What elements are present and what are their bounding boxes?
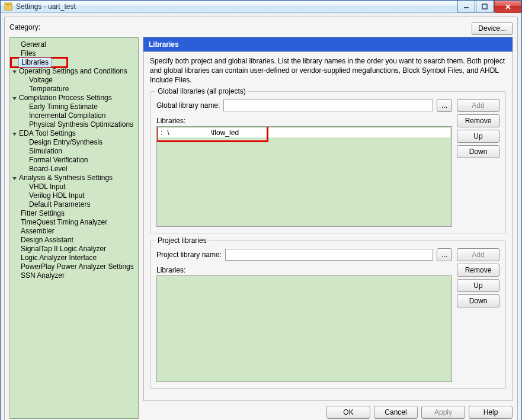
titlebar[interactable]: Settings - uart_test bbox=[1, 1, 521, 13]
global-browse-button[interactable]: ... bbox=[437, 99, 452, 112]
project-libraries-group: Project libraries Project library name: … bbox=[150, 241, 506, 389]
tree-item-assembler[interactable]: Assembler bbox=[20, 227, 56, 236]
tree-item-general[interactable]: General bbox=[20, 40, 47, 49]
svg-rect-1 bbox=[6, 4, 11, 5]
tree-item-vhdl[interactable]: VHDL Input bbox=[28, 182, 67, 191]
tree-item-design-entry[interactable]: Design Entry/Synthesis bbox=[28, 138, 104, 147]
tree-item-formal-verif[interactable]: Formal Verification bbox=[28, 156, 89, 165]
global-libraries-list[interactable]: :\ \flow_led bbox=[156, 126, 452, 227]
tree-item-analysis-synth[interactable]: Analysis & Synthesis Settings bbox=[18, 174, 114, 182]
app-icon bbox=[4, 2, 12, 11]
svg-rect-5 bbox=[482, 4, 487, 9]
project-name-input[interactable] bbox=[225, 249, 433, 261]
maximize-button[interactable] bbox=[476, 1, 494, 13]
tree-item-signaltap[interactable]: SignalTap II Logic Analyzer bbox=[20, 245, 107, 254]
project-down-button[interactable]: Down bbox=[457, 294, 499, 307]
tree-item-verilog[interactable]: Verilog HDL Input bbox=[28, 191, 86, 200]
redacted-text bbox=[169, 129, 211, 136]
tree-item-early-timing[interactable]: Early Timing Estimate bbox=[28, 102, 99, 111]
svg-rect-2 bbox=[6, 6, 11, 7]
tree-item-libraries[interactable]: Libraries bbox=[18, 57, 52, 68]
project-legend: Project libraries bbox=[155, 236, 209, 245]
global-libraries-group: Global libraries (all projects) Global l… bbox=[150, 91, 506, 233]
tree-item-physical-synth[interactable]: Physical Synthesis Optimizations bbox=[28, 120, 134, 129]
list-item[interactable]: :\ \flow_led bbox=[158, 128, 450, 137]
svg-rect-4 bbox=[464, 7, 469, 8]
project-list-label: Libraries: bbox=[156, 266, 452, 274]
apply-button[interactable]: Apply bbox=[421, 406, 465, 419]
help-button[interactable]: Help bbox=[469, 406, 513, 419]
global-up-button[interactable]: Up bbox=[457, 130, 499, 143]
page-title: Libraries bbox=[143, 37, 513, 52]
tree-expander-icon[interactable] bbox=[11, 131, 17, 137]
project-add-button[interactable]: Add bbox=[457, 248, 499, 261]
tree-item-eda[interactable]: EDA Tool Settings bbox=[18, 129, 77, 138]
project-up-button[interactable]: Up bbox=[457, 279, 499, 292]
tree-item-powerplay[interactable]: PowerPlay Power Analyzer Settings bbox=[20, 262, 135, 271]
tree-item-voltage[interactable]: Voltage bbox=[28, 76, 54, 85]
list-item-path: \flow_led bbox=[211, 129, 239, 137]
global-name-input[interactable] bbox=[223, 100, 433, 111]
global-legend: Global libraries (all projects) bbox=[155, 87, 248, 95]
category-label: Category: bbox=[9, 22, 472, 31]
tree-expander-icon[interactable] bbox=[11, 69, 17, 75]
global-name-label: Global library name: bbox=[156, 101, 220, 110]
tree-item-default-params[interactable]: Default Parameters bbox=[28, 200, 91, 209]
tree-item-incremental[interactable]: Incremental Compilation bbox=[28, 111, 107, 120]
cancel-button[interactable]: Cancel bbox=[374, 406, 418, 419]
tree-expander-icon[interactable] bbox=[11, 95, 17, 101]
page-description: Specify both project and global librarie… bbox=[150, 56, 506, 85]
tree-item-logic-analyzer[interactable]: Logic Analyzer Interface bbox=[20, 254, 98, 262]
tree-item-temperature[interactable]: Temperature bbox=[28, 85, 70, 94]
category-tree[interactable]: General Files Libraries Operating Settin… bbox=[9, 37, 139, 419]
svg-rect-3 bbox=[6, 8, 9, 8]
project-libraries-list[interactable] bbox=[156, 275, 452, 382]
project-browse-button[interactable]: ... bbox=[437, 248, 452, 261]
project-remove-button[interactable]: Remove bbox=[457, 264, 499, 277]
global-list-label: Libraries: bbox=[156, 117, 452, 125]
tree-item-design-assistant[interactable]: Design Assistant bbox=[20, 236, 75, 245]
close-button[interactable] bbox=[494, 1, 521, 13]
global-add-button[interactable]: Add bbox=[457, 99, 499, 112]
tree-item-simulation[interactable]: Simulation bbox=[28, 147, 63, 156]
tree-item-ssn[interactable]: SSN Analyzer bbox=[20, 271, 66, 280]
global-down-button[interactable]: Down bbox=[457, 145, 499, 158]
window-title: Settings - uart_test bbox=[16, 2, 457, 11]
tree-item-compilation[interactable]: Compilation Process Settings bbox=[18, 94, 113, 102]
device-button[interactable]: Device... bbox=[472, 22, 513, 35]
minimize-button[interactable] bbox=[457, 1, 475, 13]
project-name-label: Project library name: bbox=[156, 251, 222, 259]
tree-item-files[interactable]: Files bbox=[20, 49, 37, 58]
tree-item-board-level[interactable]: Board-Level bbox=[28, 165, 69, 174]
tree-item-timequest[interactable]: TimeQuest Timing Analyzer bbox=[20, 218, 108, 227]
tree-item-operating-settings[interactable]: Operating Settings and Conditions bbox=[18, 67, 129, 76]
global-remove-button[interactable]: Remove bbox=[457, 114, 499, 127]
tree-item-fitter[interactable]: Fitter Settings bbox=[20, 209, 66, 218]
tree-expander-icon[interactable] bbox=[11, 175, 17, 181]
ok-button[interactable]: OK bbox=[326, 406, 370, 419]
